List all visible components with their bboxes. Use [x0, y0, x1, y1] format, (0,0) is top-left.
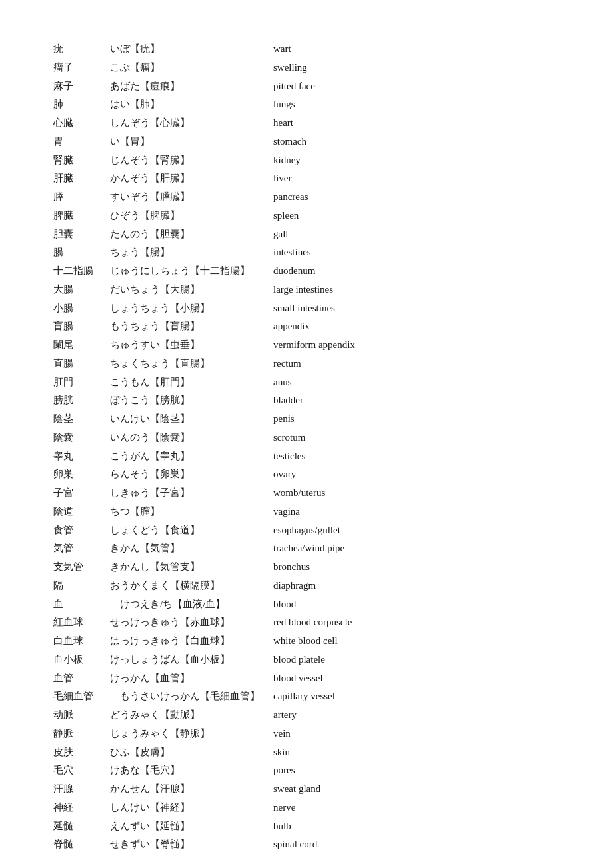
- kana-col: ひぞう【脾臓】: [100, 207, 273, 225]
- english-col: heart: [273, 117, 293, 128]
- kana-col: けあな【毛穴】: [100, 761, 273, 780]
- kanji-col: 腎臓: [53, 151, 100, 170]
- list-item: 陰道 ちつ【膣】vagina: [53, 503, 560, 521]
- list-item: 膀胱 ぼうこう【膀胱】bladder: [53, 391, 560, 410]
- kana-col: こぶ【瘤】: [100, 59, 273, 77]
- list-item: 皮肤 ひふ【皮膚】skin: [53, 743, 560, 762]
- english-col: capillary vessel: [273, 691, 335, 701]
- kanji-col: 胃: [53, 133, 100, 151]
- list-item: 腸 ちょう【腸】intestines: [53, 243, 560, 262]
- kana-col: いんのう【陰嚢】: [100, 429, 273, 447]
- english-col: vagina: [273, 506, 300, 517]
- list-item: 肺 はい【肺】lungs: [53, 95, 560, 114]
- kanji-col: 隔: [53, 577, 100, 595]
- english-col: swelling: [273, 62, 307, 73]
- kanji-col: 十二指腸: [53, 262, 100, 281]
- english-col: stomach: [273, 136, 306, 147]
- kana-col: かんせん【汗腺】: [100, 780, 273, 799]
- kana-col: しょうちょう【小腸】: [100, 299, 273, 318]
- kanji-col: 腸: [53, 243, 100, 262]
- list-item: 麻子 あばた【痘痕】pitted face: [53, 77, 560, 96]
- kana-col: しょくどう【食道】: [100, 521, 273, 540]
- kana-col: しんぞう【心臓】: [100, 114, 273, 133]
- english-col: gall: [273, 229, 289, 239]
- english-col: anus: [273, 377, 292, 387]
- list-item: 毛細血管 もうさいけっかん【毛細血管】capillary vessel: [53, 687, 560, 706]
- kanji-col: 盲腸: [53, 317, 100, 336]
- kana-col: どうみゃく【動脈】: [100, 706, 273, 725]
- list-item: 疣 いぼ【疣】wart: [53, 40, 560, 59]
- english-col: kidney: [273, 155, 301, 165]
- kanji-col: 动脈: [53, 706, 100, 725]
- english-col: pores: [273, 765, 295, 775]
- kana-col: はい【肺】: [100, 95, 273, 114]
- english-col: rectum: [273, 358, 301, 369]
- kana-col: たんのう【胆嚢】: [100, 225, 273, 244]
- kanji-col: 睾丸: [53, 447, 100, 466]
- list-item: 血 けつえき/ち【血液/血】blood: [53, 595, 560, 614]
- english-col: vein: [273, 728, 291, 739]
- kana-col: こうもん【肛門】: [100, 373, 273, 392]
- english-col: lungs: [273, 99, 295, 109]
- kana-col: かんぞう【肝臓】: [100, 169, 273, 188]
- list-item: 心臓 しんぞう【心臓】heart: [53, 114, 560, 133]
- kana-col: きかんし【気管支】: [100, 558, 273, 577]
- english-col: womb/uterus: [273, 487, 325, 498]
- list-item: 卵巣 らんそう【卵巣】ovary: [53, 465, 560, 484]
- kanji-col: 皮肤: [53, 743, 100, 762]
- kanji-col: 毛穴: [53, 761, 100, 780]
- kana-col: い【胃】: [100, 133, 273, 151]
- english-col: diaphragm: [273, 580, 316, 591]
- kanji-col: 紅血球: [53, 613, 100, 632]
- kanji-col: 大腸: [53, 281, 100, 299]
- kanji-col: 直腸: [53, 355, 100, 373]
- kana-col: こうがん【睾丸】: [100, 447, 273, 466]
- list-item: 神経 しんけい【神経】nerve: [53, 799, 560, 817]
- list-item: 肛門 こうもん【肛門】anus: [53, 373, 560, 392]
- kana-col: ちょう【腸】: [100, 243, 273, 262]
- kana-col: しんけい【神経】: [100, 799, 273, 817]
- kana-col: ちゅうすい【虫垂】: [100, 336, 273, 355]
- list-item: 血管 けっかん【血管】blood vessel: [53, 669, 560, 688]
- kanji-col: 延髄: [53, 817, 100, 836]
- kana-col: せきずい【脊髄】: [100, 835, 273, 854]
- list-item: 陰茎 いんけい【陰茎】penis: [53, 410, 560, 429]
- kana-col: きかん【気管】: [100, 539, 273, 558]
- kanji-col: 汗腺: [53, 780, 100, 799]
- list-item: 胆嚢 たんのう【胆嚢】gall: [53, 225, 560, 244]
- kanji-col: 肛門: [53, 373, 100, 392]
- kanji-col: 肺: [53, 95, 100, 114]
- kana-col: ひふ【皮膚】: [100, 743, 273, 762]
- english-col: ovary: [273, 469, 296, 479]
- list-item: 闌尾 ちゅうすい【虫垂】vermiform appendix: [53, 336, 560, 355]
- english-col: pitted face: [273, 81, 315, 91]
- kanji-col: 疣: [53, 40, 100, 59]
- kana-col: おうかくまく【横隔膜】: [100, 577, 273, 595]
- english-col: spinal cord: [273, 839, 317, 849]
- english-col: spleen: [273, 210, 299, 221]
- list-item: 十二指腸 じゅうにしちょう【十二指腸】duodenum: [53, 262, 560, 281]
- english-col: scrotum: [273, 432, 305, 443]
- kanji-col: 麻子: [53, 77, 100, 96]
- english-col: liver: [273, 173, 292, 183]
- english-col: artery: [273, 709, 297, 720]
- list-item: 腎臓 じんぞう【腎臓】kidney: [53, 151, 560, 170]
- list-item: 血小板 けっしょうばん【血小板】blood platele: [53, 651, 560, 669]
- kana-col: ちつ【膣】: [100, 503, 273, 521]
- english-col: sweat gland: [273, 783, 320, 794]
- list-item: 汗腺 かんせん【汗腺】sweat gland: [53, 780, 560, 799]
- kanji-col: 脾臓: [53, 207, 100, 225]
- kanji-col: 静脈: [53, 725, 100, 743]
- list-item: 陰嚢 いんのう【陰嚢】scrotum: [53, 429, 560, 447]
- kana-col: せっけっきゅう【赤血球】: [100, 613, 273, 632]
- english-col: vermiform appendix: [273, 339, 355, 350]
- english-col: bronchus: [273, 561, 310, 572]
- kanji-col: 膵: [53, 188, 100, 207]
- english-col: esophagus/gullet: [273, 525, 340, 535]
- list-item: 紅血球 せっけっきゅう【赤血球】red blood corpuscle: [53, 613, 560, 632]
- kanji-col: 闌尾: [53, 336, 100, 355]
- list-item: 毛穴 けあな【毛穴】pores: [53, 761, 560, 780]
- list-item: 気管 きかん【気管】trachea/wind pipe: [53, 539, 560, 558]
- english-col: pancreas: [273, 191, 308, 202]
- english-col: wart: [273, 43, 291, 54]
